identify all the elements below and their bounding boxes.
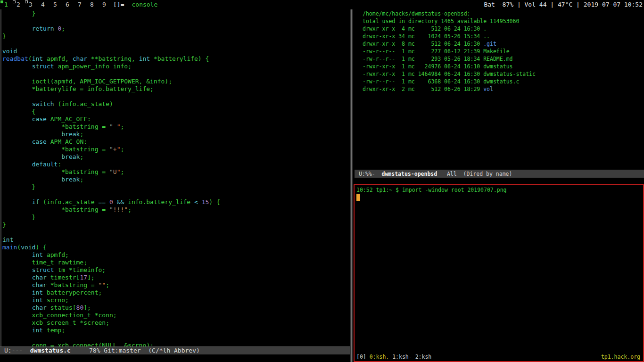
dired-line: drwxr-xr-x 2 mc 512 06-26 18:29 vol (363, 85, 644, 93)
tag-label: 2 (17, 1, 20, 8)
tmux-status-bar: [0] 0:ksh. 1:ksh- 2:ksh tp1.hack.org (356, 353, 640, 361)
emacs-modeline-code: U:--- dwmstatus.c 78% Git:master (C/*lh … (0, 346, 350, 354)
code-line: *batstring = "U"; (2, 168, 350, 176)
tag-4[interactable]: 4 (37, 0, 49, 9)
tag-label: 5 (53, 1, 57, 8)
code-line: default: (2, 161, 350, 168)
dired-line: drwxr-xr-x 34 mc 1024 05-26 15:34 .. (363, 33, 644, 40)
code-line: *batstring = "+"; (2, 146, 350, 153)
code-line: case APM_AC_ON: (2, 138, 350, 146)
emacs-code-window[interactable]: } return 0;} voidreadbat(int apmfd, char… (0, 9, 350, 362)
emacs-dired-window[interactable]: /home/mc/hacks/dwmstatus-openbsd:total u… (355, 9, 644, 184)
code-line: switch (info.ac_state) (2, 100, 350, 108)
code-line (2, 93, 350, 100)
code-area[interactable]: } return 0;} voidreadbat(int apmfd, char… (0, 9, 350, 356)
tag-8[interactable]: 8 (86, 0, 98, 9)
code-line: int apmfd; (2, 251, 350, 259)
code-line: } (2, 33, 350, 40)
code-line: case APM_AC_OFF: (2, 115, 350, 123)
tmux-window-list: [0] 0:ksh. 1:ksh- 2:ksh (356, 353, 431, 361)
code-line: break; (2, 153, 350, 161)
code-line (2, 191, 350, 198)
code-line: xcb_connection_t *conn; (2, 312, 350, 319)
code-line (2, 40, 350, 48)
code-line: } (2, 10, 350, 17)
code-line: int batterypercent; (2, 289, 350, 296)
code-line: } (2, 183, 350, 191)
code-line (2, 229, 350, 236)
tag-2[interactable]: 2 (12, 0, 25, 9)
code-line: main(void) { (2, 244, 350, 251)
code-line: return 0; (2, 25, 350, 33)
tag-3[interactable]: 3 (25, 0, 37, 9)
tag-indicator-hollow (25, 0, 28, 3)
tag-1[interactable]: 1 (0, 0, 12, 9)
code-line: char *batstring = ""; (2, 281, 350, 289)
code-line: char status[80]; (2, 304, 350, 312)
code-line: if (info.ac_state == 0 && info.battery_l… (2, 198, 350, 206)
tag-label: 6 (66, 1, 69, 8)
dired-line: -rwxr-xr-x 1 mc 1464984 06-24 16:30 dwms… (363, 70, 644, 78)
code-line: time_t rawtime; (2, 259, 350, 266)
window-edge (0, 9, 1, 346)
dired-line: total used in directory 1465 available 1… (363, 17, 644, 25)
tag-label: 3 (29, 1, 33, 8)
code-line: xcb_screen_t *screen; (2, 319, 350, 327)
dwm-statusbar: 123456789 []= console Bat -87% | Vol 44 … (0, 0, 644, 9)
code-line: break; (2, 131, 350, 138)
dired-line: -rw-r--r-- 1 mc 293 05-26 18:34 README.m… (363, 55, 644, 63)
terminal-prompt-line: 10:52 tp1:~ $ import -window root 201907… (356, 186, 643, 194)
dired-line: drwxr-xr-x 8 mc 512 06-24 16:30 .git (363, 40, 644, 48)
terminal-window[interactable]: 10:52 tp1:~ $ import -window root 201907… (354, 184, 644, 362)
tag-9[interactable]: 9 (98, 0, 110, 9)
code-line: { (2, 108, 350, 115)
code-line: int (2, 236, 350, 244)
tag-indicator-filled (0, 0, 3, 3)
dired-listing[interactable]: /home/mc/hacks/dwmstatus-openbsd:total u… (355, 9, 644, 93)
code-line: ioctl(apmfd, APM_IOC_GETPOWER, &info); (2, 78, 350, 85)
code-line: struct apm_power_info info; (2, 63, 350, 70)
focused-window-title: console (132, 0, 157, 9)
code-line (2, 70, 350, 78)
dired-line: -rw-r--r-- 1 mc 277 06-12 21:39 Makefile (363, 48, 644, 55)
tag-7[interactable]: 7 (74, 0, 86, 9)
tag-list: 123456789 (0, 0, 110, 9)
tag-label: 7 (78, 1, 82, 8)
code-line: *batterylife = info.battery_life; (2, 85, 350, 93)
code-line: int scrno; (2, 296, 350, 304)
code-line: int temp; (2, 327, 350, 334)
code-line: break; (2, 176, 350, 183)
tag-label: 9 (102, 1, 106, 8)
code-line: readbat(int apmfd, char **batstring, int… (2, 55, 350, 63)
code-line: char timestr[17]; (2, 274, 350, 281)
system-status-text: Bat -87% | Vol 44 | 47°C | 2019-07-07 10… (484, 0, 643, 9)
code-line (2, 17, 350, 25)
tag-6[interactable]: 6 (61, 0, 74, 9)
dired-line: drwxr-xr-x 4 mc 512 06-24 16:30 . (363, 25, 644, 33)
code-line: } (2, 221, 350, 229)
dired-line: -rw-r--r-- 1 mc 6368 06-24 16:30 dwmstat… (363, 78, 644, 85)
tmux-hostname: tp1.hack.org (601, 353, 640, 361)
tag-label: 8 (90, 1, 94, 8)
tag-label: 1 (4, 1, 8, 8)
code-line: } (2, 214, 350, 221)
terminal-cursor (356, 194, 360, 201)
emacs-modeline-dired: U:%%- dwmstatus-openbsd All (Dired by na… (355, 170, 644, 178)
code-line: struct tm *timeinfo; (2, 266, 350, 274)
code-line: *batstring = "-"; (2, 123, 350, 131)
layout-symbol[interactable]: []= (113, 0, 124, 9)
tag-label: 4 (41, 1, 45, 8)
code-line: *batstring = "!!!"; (2, 206, 350, 214)
dired-line: /home/mc/hacks/dwmstatus-openbsd: (363, 10, 644, 17)
tag-indicator-hollow (13, 0, 16, 3)
desktop: 123456789 []= console Bat -87% | Vol 44 … (0, 0, 644, 362)
tag-5[interactable]: 5 (49, 0, 61, 9)
code-line (2, 334, 350, 342)
code-line: void (2, 48, 350, 55)
dired-line: -rwxr-xr-x 1 mc 24976 06-24 16:10 dwmsta… (363, 63, 644, 70)
terminal-output[interactable]: 10:52 tp1:~ $ import -window root 201907… (355, 185, 643, 194)
